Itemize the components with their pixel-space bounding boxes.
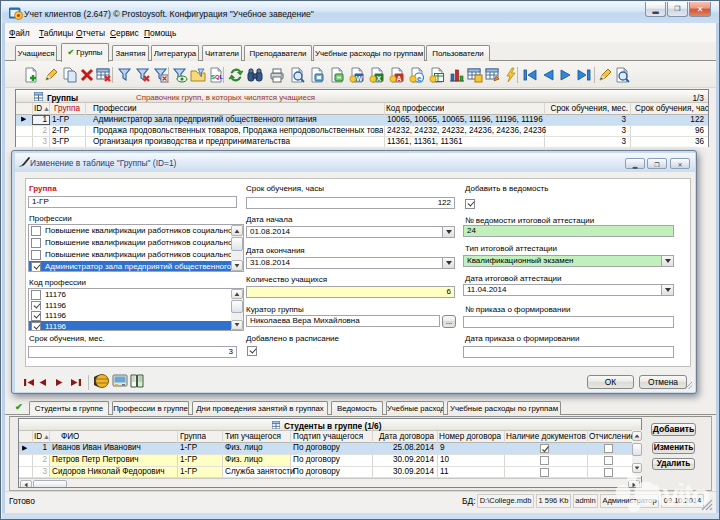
svg-text:X: X: [377, 75, 382, 82]
svg-text:W: W: [356, 75, 363, 82]
svg-text:e: e: [417, 74, 422, 83]
svg-text:A: A: [397, 75, 402, 82]
